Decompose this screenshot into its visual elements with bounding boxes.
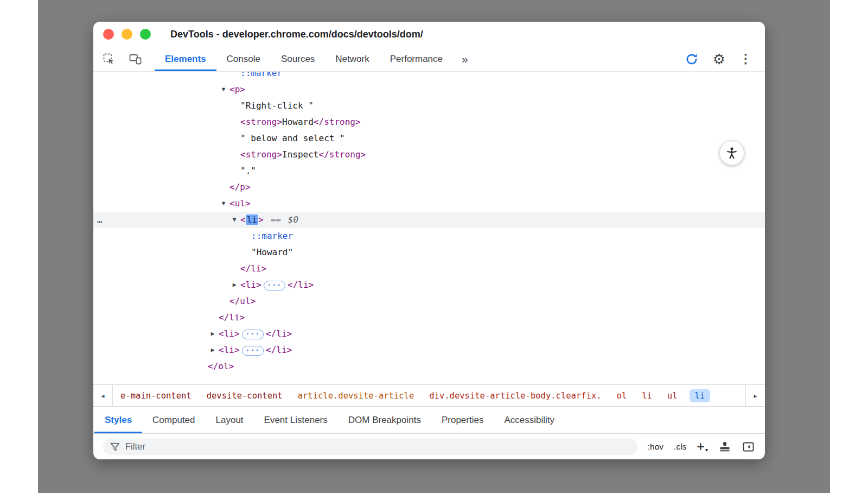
plus-icon: + [697, 440, 705, 453]
sidebar-tab-event-listeners[interactable]: Event Listeners [254, 407, 338, 433]
token-tag: </li> [266, 328, 292, 339]
sidebar-tab-styles[interactable]: Styles [94, 407, 142, 433]
titlebar: DevTools - developer.chrome.com/docs/dev… [93, 22, 765, 47]
device-toolbar-icon[interactable] [129, 54, 142, 65]
token-tag: <strong> [240, 117, 282, 127]
filter-field[interactable] [103, 439, 637, 455]
dom-tree-node[interactable]: ▶<li>···</li> [93, 277, 765, 293]
breadcrumb-item[interactable]: e-main-content [113, 389, 199, 402]
dom-tree-node[interactable]: ▶<li>···</li> [93, 342, 765, 358]
dock-sidebar-icon[interactable] [742, 440, 755, 453]
minimize-button[interactable] [122, 29, 132, 40]
tab-network[interactable]: Network [325, 47, 379, 71]
element-classes-button[interactable]: .cls [674, 442, 686, 452]
inline-expand-button[interactable]: ··· [242, 346, 264, 356]
dom-tree-node[interactable]: <strong>Inspect</strong> [93, 147, 765, 163]
toolbar-right: ⚙ ⋮ [685, 47, 765, 71]
sidebar-tab-properties[interactable]: Properties [431, 407, 494, 433]
dom-tree-node[interactable]: "Right-click " [93, 98, 765, 114]
dom-tree-node[interactable]: </p> [93, 179, 765, 195]
breadcrumb-item[interactable]: ol [609, 389, 635, 402]
accessibility-overlay-button[interactable] [720, 141, 744, 165]
token-tag: <li> [219, 328, 240, 339]
settings-gear-icon[interactable]: ⚙ [713, 52, 725, 66]
tab-elements[interactable]: Elements [155, 47, 216, 71]
dom-tree-node[interactable]: </li> [93, 309, 765, 326]
chevron-down-icon: ▾ [705, 447, 708, 453]
token-tag: </strong> [314, 117, 361, 127]
token-text: "Right-click " [240, 100, 314, 111]
tab-sources[interactable]: Sources [271, 47, 325, 71]
breadcrumb-scroll-right-button[interactable]: ▸ [745, 385, 765, 406]
panel-tabs: ElementsConsoleSourcesNetworkPerformance [155, 47, 453, 71]
devtools-window: DevTools - developer.chrome.com/docs/dev… [93, 22, 765, 459]
breadcrumb-item[interactable]: article.devsite-article [290, 389, 422, 402]
inline-expand-button[interactable]: ··· [264, 281, 285, 290]
breadcrumb-scroll-left-button[interactable]: ◂ [93, 385, 113, 406]
tab-performance[interactable]: Performance [380, 47, 453, 71]
token-tag: <strong> [240, 149, 282, 160]
token-tag: </li> [288, 280, 314, 290]
dom-tree-node[interactable]: " below and select " [93, 130, 765, 147]
token-text: " below and select " [240, 133, 345, 143]
token-taghl: li [246, 214, 258, 225]
tree-expand-arrow[interactable]: ▼ [229, 212, 239, 228]
main-toolbar: ElementsConsoleSourcesNetworkPerformance… [93, 47, 765, 72]
token-text: Inspect [282, 149, 318, 160]
dom-tree-node[interactable]: …▼<li>==$0 [93, 212, 765, 228]
breadcrumb-item[interactable]: ul [660, 389, 685, 402]
tab-console[interactable]: Console [216, 47, 271, 71]
styles-section-tabs: StylesComputedLayoutEvent ListenersDOM B… [93, 406, 765, 433]
token-tag: </ul> [229, 296, 256, 306]
breadcrumb-bar: ◂ e-main-contentdevsite-contentarticle.d… [93, 384, 765, 406]
token-tag: </p> [229, 182, 251, 192]
dom-tree-node[interactable]: "Howard" [93, 244, 765, 261]
breadcrumb-item[interactable]: div.devsite-article-body.clearfix. [422, 389, 609, 402]
window-controls [103, 29, 158, 40]
dom-tree-node[interactable]: <strong>Howard</strong> [93, 114, 765, 130]
dom-tree: ::marker▼<p>"Right-click "<strong>Howard… [93, 72, 765, 375]
token-tag: </strong> [319, 149, 366, 160]
token-tag: </ol> [208, 361, 234, 371]
dom-tree-node[interactable]: ::marker [93, 72, 765, 81]
tree-expand-arrow[interactable]: ▶ [208, 326, 218, 342]
inline-expand-button[interactable]: ··· [242, 330, 264, 339]
token-tag: <li> [219, 345, 240, 355]
dom-tree-node[interactable]: </ul> [93, 293, 765, 309]
dom-tree-node[interactable]: ▼<ul> [93, 195, 765, 212]
filter-funnel-icon [110, 442, 120, 452]
styles-filter-bar: :hov .cls + ▾ [93, 433, 765, 459]
breadcrumb-items: e-main-contentdevsite-contentarticle.dev… [113, 389, 745, 402]
more-tabs-icon[interactable]: » [453, 47, 477, 71]
sync-extension-icon[interactable] [685, 52, 699, 66]
dom-tree-node[interactable]: ▼<p> [93, 81, 765, 98]
breadcrumb-item[interactable]: devsite-content [199, 389, 290, 402]
new-style-rule-button[interactable]: + ▾ [697, 440, 708, 453]
accessibility-person-icon [725, 146, 739, 160]
dom-tree-node[interactable]: </li> [93, 261, 765, 277]
token-text: "." [240, 166, 256, 176]
toggle-element-state-button[interactable]: :hov [648, 442, 663, 452]
close-button[interactable] [103, 29, 114, 40]
tree-expand-arrow[interactable]: ▼ [219, 81, 228, 98]
dom-tree-node[interactable]: </ol> [93, 358, 765, 375]
kebab-menu-icon[interactable]: ⋮ [739, 53, 752, 65]
tree-expand-arrow[interactable]: ▶ [229, 277, 239, 293]
zoom-button[interactable] [140, 29, 151, 40]
breadcrumb-item[interactable]: li [690, 389, 711, 402]
styles-filter-input[interactable] [125, 441, 631, 452]
dom-tree-node[interactable]: "." [93, 163, 765, 179]
tree-expand-arrow[interactable]: ▶ [208, 342, 218, 358]
inspect-element-icon[interactable] [103, 53, 115, 65]
dom-tree-node[interactable]: ::marker [93, 228, 765, 244]
node-overflow-menu[interactable]: … [97, 212, 103, 228]
token-tag: </li> [266, 345, 292, 355]
sidebar-tab-layout[interactable]: Layout [206, 407, 254, 433]
stamp-tool-icon[interactable] [718, 440, 731, 453]
sidebar-tab-dom-breakpoints[interactable]: DOM Breakpoints [338, 407, 431, 433]
dom-tree-node[interactable]: ▶<li>···</li> [93, 326, 765, 342]
breadcrumb-item[interactable]: li [634, 389, 660, 402]
tree-expand-arrow[interactable]: ▼ [219, 195, 228, 212]
sidebar-tab-computed[interactable]: Computed [142, 407, 205, 433]
sidebar-tab-accessibility[interactable]: Accessibility [494, 407, 565, 433]
